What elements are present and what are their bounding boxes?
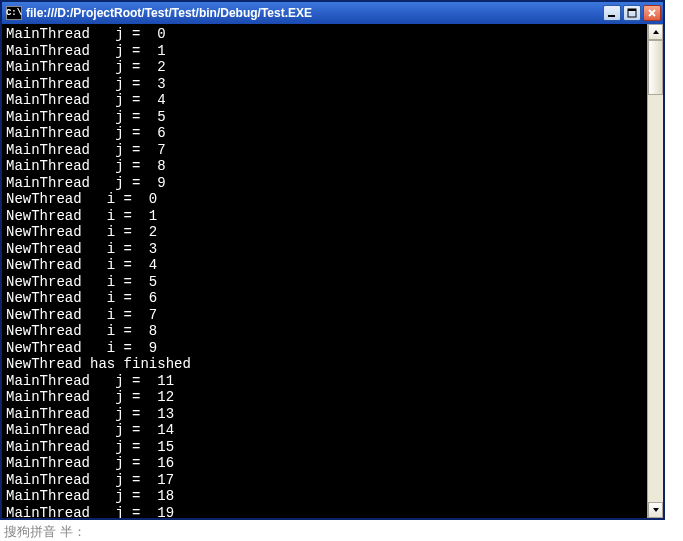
minimize-button[interactable] <box>603 5 621 21</box>
close-icon <box>647 8 657 18</box>
svg-marker-5 <box>653 30 659 34</box>
scroll-track[interactable] <box>648 40 663 502</box>
minimize-icon <box>607 8 617 18</box>
svg-rect-2 <box>628 9 636 11</box>
close-button[interactable] <box>643 5 661 21</box>
console-window: C:\ file:///D:/ProjectRoot/Test/Test/bin… <box>0 0 665 520</box>
console-icon: C:\ <box>6 6 22 20</box>
titlebar[interactable]: C:\ file:///D:/ProjectRoot/Test/Test/bin… <box>2 2 663 24</box>
svg-rect-0 <box>608 15 615 17</box>
scroll-up-button[interactable] <box>648 24 663 40</box>
arrow-down-icon <box>652 506 660 514</box>
maximize-button[interactable] <box>623 5 641 21</box>
scroll-thumb[interactable] <box>648 40 663 95</box>
ime-status: 搜狗拼音 半： <box>4 523 86 541</box>
maximize-icon <box>627 8 637 18</box>
scroll-down-button[interactable] <box>648 502 663 518</box>
arrow-up-icon <box>652 28 660 36</box>
vertical-scrollbar[interactable] <box>647 24 663 518</box>
window-controls <box>603 5 661 21</box>
console-output: MainThread j = 0 MainThread j = 1 MainTh… <box>2 24 647 518</box>
window-title: file:///D:/ProjectRoot/Test/Test/bin/Deb… <box>26 6 603 20</box>
console-area: MainThread j = 0 MainThread j = 1 MainTh… <box>2 24 663 518</box>
svg-marker-6 <box>653 508 659 512</box>
